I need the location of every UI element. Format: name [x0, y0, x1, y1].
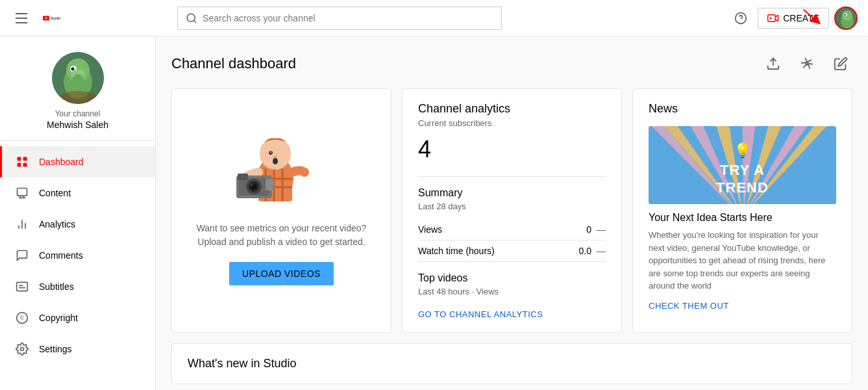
views-dash: — [597, 224, 606, 235]
copyright-label: Copyright [39, 313, 78, 323]
watchtime-metric-row: Watch time (hours) 0.0 — [418, 240, 606, 262]
channel-info: Your channel Mehwish Saleh [0, 36, 155, 141]
edit-icon-button[interactable] [829, 52, 852, 75]
sidebar-item-comments[interactable]: Comments [0, 240, 155, 271]
account-avatar[interactable] [834, 6, 858, 30]
top-videos-period: Last 48 hours · Views [418, 287, 606, 296]
whats-new-section: What's new in Studio [171, 343, 852, 384]
sidebar-item-analytics[interactable]: Analytics [0, 209, 155, 240]
svg-point-3 [187, 14, 195, 21]
upload-card: Want to see metrics on your recent video… [171, 88, 391, 333]
channel-avatar [52, 52, 104, 104]
channel-label: Your channel [10, 109, 145, 118]
upload-icon-button[interactable] [762, 52, 785, 75]
dashboard-grid: Want to see metrics on your recent video… [171, 88, 852, 333]
sidebar: Your channel Mehwish Saleh Dashboard [0, 36, 156, 390]
svg-text:TREND: TREND [716, 179, 769, 196]
top-nav: Studio CREATE [0, 0, 868, 36]
sidebar-item-settings[interactable]: Settings [0, 333, 155, 365]
comments-label: Comments [39, 250, 83, 261]
content-icon [16, 187, 29, 200]
comments-icon [16, 249, 29, 262]
svg-text:💡: 💡 [734, 142, 752, 159]
analytics-label: Analytics [39, 219, 75, 229]
views-value: 0 — [586, 224, 606, 235]
go-to-analytics-button[interactable]: GO TO CHANNEL ANALYTICS [418, 309, 543, 319]
avatar-image [836, 8, 856, 29]
svg-point-60 [251, 183, 253, 186]
news-item-desc: Whether you're looking for inspiration f… [649, 229, 836, 292]
content-label: Content [39, 188, 71, 198]
svg-point-54 [273, 158, 278, 164]
analytics-card: Channel analytics Current subscribers 4 … [402, 88, 622, 333]
news-image: 💡 TRY A TREND [649, 126, 836, 204]
edit-icon [834, 57, 848, 71]
search-icon [186, 12, 197, 24]
analytics-icon [16, 218, 29, 231]
menu-button[interactable] [10, 8, 32, 29]
settings-label: Settings [39, 344, 72, 354]
svg-rect-27 [23, 157, 27, 161]
svg-point-22 [71, 68, 74, 71]
watchtime-label: Watch time (hours) [418, 246, 495, 256]
channel-name: Mehwish Saleh [10, 120, 145, 130]
subtitles-label: Subtitles [39, 281, 74, 292]
help-icon [734, 12, 747, 25]
page-header: Channel dashboard [171, 52, 852, 75]
analytics-card-inner: Channel analytics Current subscribers 4 … [403, 89, 621, 332]
person-camera-svg [230, 120, 334, 211]
create-label: CREATE [783, 13, 819, 23]
news-card-inner: News [633, 89, 852, 324]
summary-period: Last 28 days [418, 202, 606, 211]
sidebar-item-content[interactable]: Content [0, 177, 155, 209]
svg-point-53 [273, 155, 277, 158]
sidebar-item-dashboard[interactable]: Dashboard [0, 146, 155, 177]
news-card: News [632, 88, 852, 333]
whats-new-card: What's new in Studio [171, 343, 852, 384]
create-button[interactable]: CREATE [758, 8, 829, 29]
svg-point-50 [260, 138, 291, 170]
go-live-button[interactable] [795, 52, 819, 75]
sidebar-nav: Dashboard Content [0, 141, 155, 370]
go-live-icon [800, 57, 814, 71]
views-label: Views [418, 224, 442, 235]
logo[interactable]: Studio [43, 11, 64, 25]
whats-new-inner: What's new in Studio [172, 344, 852, 384]
search-input[interactable] [203, 13, 493, 23]
svg-point-14 [844, 14, 845, 15]
svg-rect-62 [238, 174, 248, 180]
page-title: Channel dashboard [171, 55, 296, 72]
news-title: News [649, 102, 836, 116]
nav-right: CREATE [729, 6, 858, 30]
top-videos-title: Top videos [418, 272, 606, 284]
sidebar-item-copyright[interactable]: © Copyright [0, 302, 155, 333]
rays-svg: 💡 TRY A TREND [649, 126, 836, 204]
svg-rect-61 [266, 179, 273, 190]
youtube-icon: Studio [43, 11, 64, 25]
header-actions [762, 52, 852, 75]
svg-text:TRY A: TRY A [720, 162, 765, 178]
sidebar-item-subtitles[interactable]: Subtitles [0, 271, 155, 302]
whats-new-title: What's new in Studio [188, 357, 836, 370]
subscribers-count: 4 [418, 136, 606, 163]
svg-rect-30 [18, 188, 27, 196]
svg-text:Studio: Studio [50, 16, 60, 20]
dashboard-label: Dashboard [39, 157, 84, 167]
upload-card-inner: Want to see metrics on your recent video… [172, 89, 391, 317]
svg-text:©: © [20, 315, 24, 321]
illustration [230, 120, 334, 211]
main-content: Channel dashboard [156, 36, 868, 390]
analytics-card-title: Channel analytics [418, 102, 606, 116]
help-button[interactable] [729, 6, 752, 30]
subtitles-icon [16, 280, 29, 293]
avatar-bird-svg [836, 8, 856, 29]
copyright-icon: © [16, 311, 29, 324]
nav-left: Studio [10, 8, 64, 29]
svg-rect-35 [17, 282, 28, 291]
check-them-out-button[interactable]: CHECK THEM OUT [649, 301, 729, 311]
views-metric-row: Views 0 — [418, 219, 606, 240]
dashboard-icon [16, 155, 29, 168]
svg-point-40 [21, 348, 24, 351]
upload-videos-button[interactable]: UPLOAD VIDEOS [229, 262, 334, 285]
news-item-title: Your Next Idea Starts Here [649, 212, 836, 224]
